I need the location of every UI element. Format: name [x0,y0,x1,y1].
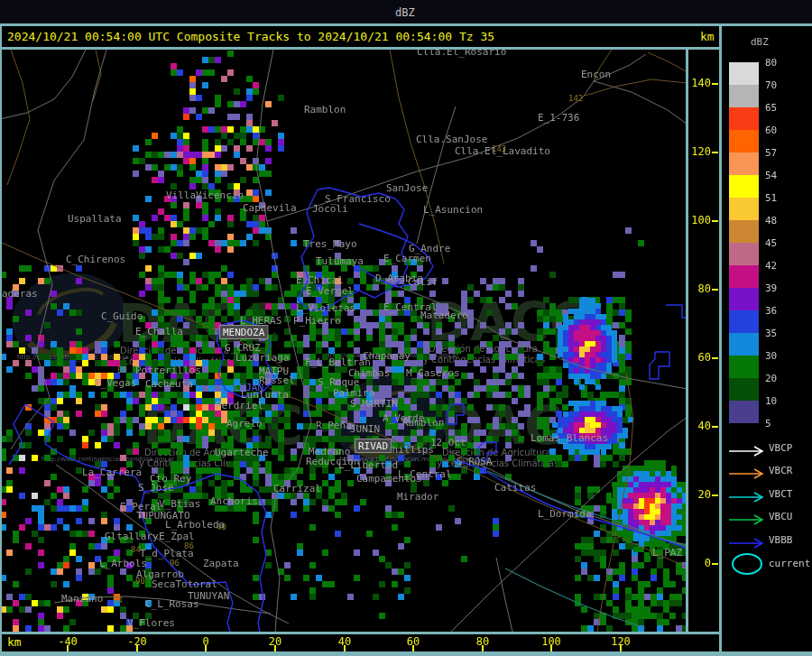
dbz-swatch [729,401,759,423]
current-label: current [769,558,810,569]
map-right-border [686,50,688,634]
dbz-scale-value: 36 [765,305,777,318]
y-tick-mark [712,357,718,359]
top-dbz-label: dBZ [395,6,415,19]
title-row: 2024/10/21 00:54:00 UTC Composite Tracks… [2,26,719,47]
dbz-swatch [729,198,759,220]
top-bar: dBZ [0,0,812,23]
y-tick-label: 0 [687,557,711,569]
dbz-swatch [729,288,759,310]
dbz-swatch [729,85,759,107]
track-arrow-icon [729,535,765,546]
track-arrow-icon [729,489,765,500]
y-tick-mark [712,494,718,496]
track-label: VBCP [769,442,793,454]
dbz-swatch [729,175,759,198]
y-tick-mark [712,83,718,85]
x-tick-mark [412,645,414,651]
x-tick-mark [550,645,552,651]
dbz-scale-value: 45 [765,237,777,250]
dbz-scale-value: 57 [765,147,777,160]
track-label: VBCU [769,511,793,522]
dbz-scale-value: 80 [765,57,777,69]
bottom-bar [0,651,812,656]
y-tick-label: 120 [687,145,711,158]
dbz-swatch [729,356,759,378]
legend-dbz-title: dBZ [751,36,769,48]
dbz-swatch [729,107,759,130]
y-tick-mark [712,563,718,565]
y-tick-label: 80 [687,282,711,295]
y-tick-label: 140 [687,77,711,89]
dbz-swatch [729,152,759,175]
dbz-scale-value: 20 [765,373,777,385]
map-bottom-border [0,632,719,634]
dbz-scale-value: 35 [765,328,777,340]
x-tick-mark [344,645,346,651]
dbz-swatch [729,310,759,333]
left-border [0,23,2,656]
dbz-scale-value: 60 [765,125,777,137]
y-tick-label: 40 [687,420,711,432]
dbz-swatch [729,333,759,356]
x-tick-mark [482,645,484,651]
dbz-scale-value: 42 [765,260,777,273]
y-tick-mark [712,426,718,428]
y-tick-label: 20 [687,488,711,501]
y-tick-mark [712,220,718,222]
track-arrow-icon [729,466,765,476]
radar-map-canvas [2,50,687,633]
km-axis-unit-bottom: km [7,635,22,649]
y-tick-mark [712,152,718,153]
dbz-scale-value: 39 [765,282,777,295]
dbz-swatch [729,130,759,152]
track-label: VBCT [769,488,793,500]
dbz-scale-value: 54 [765,170,777,182]
dbz-swatch [729,243,759,265]
dbz-scale-value: 51 [765,192,777,205]
dbz-scale-value: 48 [765,215,777,227]
km-axis-unit-right: km [700,30,715,43]
track-label: VBCR [769,465,793,476]
x-tick-mark [274,645,276,651]
y-tick-label: 100 [687,214,711,226]
x-tick-mark [67,645,69,651]
dbz-scale-value: 70 [765,79,777,92]
dbz-scale-value: 5 [765,418,771,430]
track-arrow-icon [729,512,765,522]
dbz-scale-value: 65 [765,102,777,115]
track-arrow-icon [729,443,765,454]
radar-app-window: dBZ 2024/10/21 00:54:00 UTC Composite Tr… [0,0,812,656]
y-tick-mark [712,289,718,291]
dbz-swatch [729,220,759,243]
dbz-scale-value: 30 [765,350,777,363]
x-tick-mark [205,645,207,651]
track-label: VBBB [769,534,793,546]
dbz-swatch [729,378,759,401]
dbz-scale-value: 10 [765,395,777,408]
dbz-swatch [729,62,759,85]
x-tick-mark [136,645,138,651]
dbz-swatch [729,265,759,288]
current-ellipse-icon [732,553,762,575]
timestamp-title: 2024/10/21 00:54:00 UTC Composite Tracks… [7,30,494,43]
x-tick-mark [620,645,622,651]
y-tick-label: 60 [687,351,711,364]
